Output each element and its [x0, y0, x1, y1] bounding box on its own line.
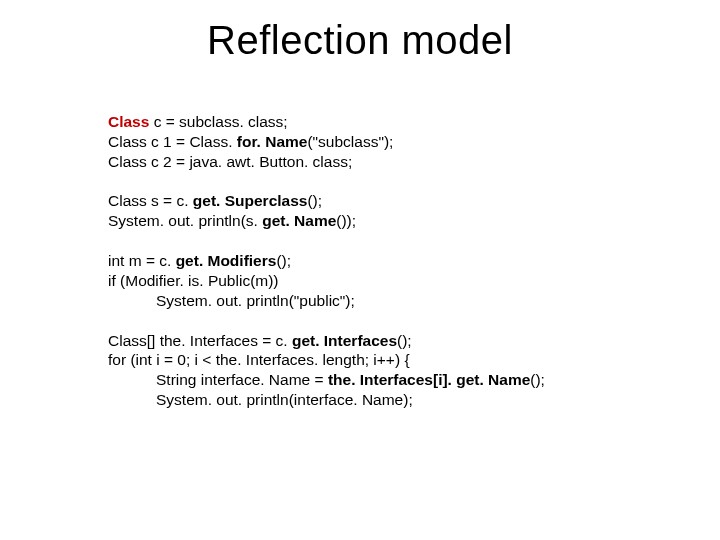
code-line: Class s = c. get. Superclass();	[108, 191, 668, 211]
code-block-4: Class[] the. Interfaces = c. get. Interf…	[108, 331, 668, 410]
code-line: System. out. println(s. get. Name());	[108, 211, 668, 231]
code-line: Class c 1 = Class. for. Name("subclass")…	[108, 132, 668, 152]
keyword-class: Class	[108, 113, 149, 130]
code-line: String interface. Name = the. Interfaces…	[108, 370, 668, 390]
slide-title: Reflection model	[0, 18, 720, 63]
code-line: System. out. println(interface. Name);	[108, 390, 668, 410]
code-line: Class c = subclass. class;	[108, 112, 668, 132]
method-name: get. Modifiers	[176, 252, 277, 269]
method-name: get. Superclass	[193, 192, 308, 209]
code-line: int m = c. get. Modifiers();	[108, 251, 668, 271]
code-text: ();	[530, 371, 545, 388]
code-text: ();	[397, 332, 412, 349]
code-text: ("subclass");	[307, 133, 393, 150]
code-line: System. out. println("public");	[108, 291, 668, 311]
method-name: get. Name	[262, 212, 336, 229]
code-block-1: Class c = subclass. class; Class c 1 = C…	[108, 112, 668, 171]
method-name: for. Name	[237, 133, 308, 150]
code-text: ());	[336, 212, 356, 229]
code-line: for (int i = 0; i < the. Interfaces. len…	[108, 350, 668, 370]
code-text: Class s = c.	[108, 192, 193, 209]
code-block-2: Class s = c. get. Superclass(); System. …	[108, 191, 668, 231]
code-block-3: int m = c. get. Modifiers(); if (Modifie…	[108, 251, 668, 310]
code-line: Class[] the. Interfaces = c. get. Interf…	[108, 331, 668, 351]
code-text: ();	[307, 192, 322, 209]
method-name: get. Interfaces	[292, 332, 397, 349]
code-text: c = subclass. class;	[149, 113, 287, 130]
code-text: ();	[276, 252, 291, 269]
slide: Reflection model Class c = subclass. cla…	[0, 0, 720, 540]
slide-body: Class c = subclass. class; Class c 1 = C…	[108, 112, 668, 410]
code-text: Class c 1 = Class.	[108, 133, 237, 150]
method-name: the. Interfaces[i]. get. Name	[328, 371, 530, 388]
code-text: Class[] the. Interfaces = c.	[108, 332, 292, 349]
code-line: Class c 2 = java. awt. Button. class;	[108, 152, 668, 172]
code-line: if (Modifier. is. Public(m))	[108, 271, 668, 291]
code-text: System. out. println(s.	[108, 212, 262, 229]
code-text: int m = c.	[108, 252, 176, 269]
code-text: String interface. Name =	[156, 371, 328, 388]
